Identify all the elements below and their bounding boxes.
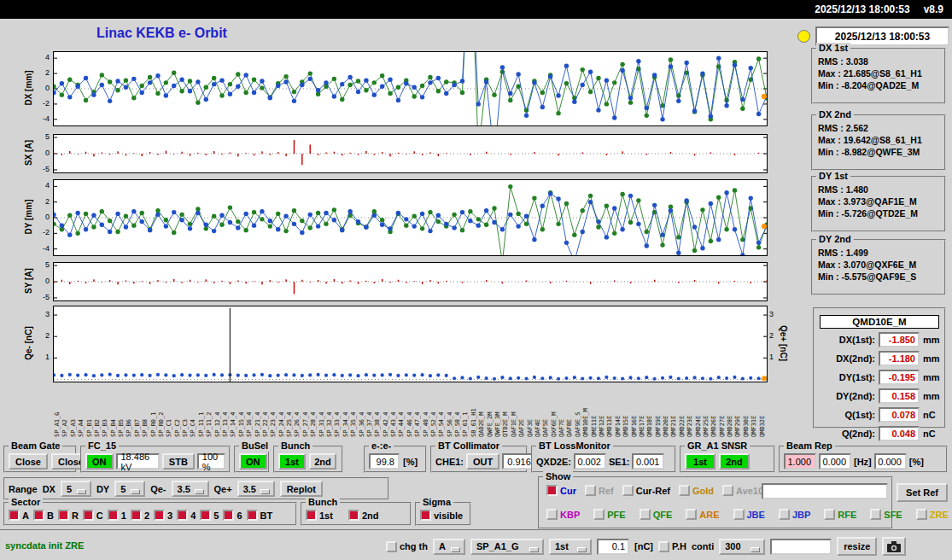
show-toggle-cur-ref[interactable]: Cur-Ref [622,485,670,496]
interval-menu[interactable]: 300 [719,539,765,555]
snapshot-button[interactable] [882,537,906,556]
sigma-toggle-visible[interactable]: visible [420,510,463,521]
bpm-label: SP_13_4 [222,411,229,437]
bpm-label: SP_B8 [142,419,149,437]
bpm-label: QMD15E [622,416,629,437]
monitor-row-label: DX(2nd): [816,353,875,364]
checkbox-indicator [779,509,790,520]
range-dy-menu[interactable]: 5 [114,481,145,497]
che1-label: CHE1: [435,457,464,467]
resize-button[interactable]: resize [837,537,877,556]
plot-row-qe: Qe- [nC]321321Qe+ [nC] [0,306,952,381]
busel-on-button[interactable]: ON [239,453,267,470]
show-toggle-are[interactable]: ARE [686,509,719,520]
monitor-row-unit: mm [923,372,940,382]
min-value: Min : -8.204@QAD2E_M [818,80,944,90]
bpm-label: SP_15_4 [238,411,245,437]
beam-gate-close-button-1[interactable]: Close [9,453,48,470]
bpm-label: SP_34_4 [342,411,349,437]
checkbox-indicator [722,485,733,496]
bpm-label: SP_11_2 [206,411,213,437]
dx-1st-stats-panel: DX 1st RMS : 3.038 Max : 21.685@S8_61_H1… [811,48,946,104]
show-toggle-kbp[interactable]: KBP [546,509,580,520]
bunch-2nd-button[interactable]: 2nd [309,453,336,470]
snsr-2nd-button[interactable]: 2nd [719,453,750,470]
bpm-label: QAF2E [518,419,525,437]
device-select-menu[interactable]: SP_A1_G [470,539,544,555]
bpm-label: QMD24E [695,416,702,437]
bunch-toggle-1st[interactable]: 1st [306,510,333,521]
ee-ratio-frame: e-:e- 99.8 [%] [364,446,427,473]
show-toggle-jbp[interactable]: JBP [779,509,810,520]
range-dx-menu[interactable]: 5 [61,481,91,497]
replot-button[interactable]: Replot [280,481,323,497]
checkbox-indicator [870,509,881,520]
sector-toggle-6[interactable]: 6 [223,510,242,521]
checkbox-indicator [154,510,165,521]
fc15-stb-button[interactable]: STB [162,453,195,470]
fc15-on-button[interactable]: ON [85,453,114,470]
sector-toggle-4[interactable]: 4 [177,510,196,521]
status-led [797,30,810,43]
bpm-label: SP_B3 [102,419,108,437]
show-toggle-ref[interactable]: Ref [585,485,614,496]
bpm-label: QAF8E [566,419,573,437]
monitor-row-label: Q(2nd): [816,429,875,439]
bpm-label: SP_R0_1 [150,411,157,437]
threshold-input[interactable] [597,539,629,555]
sector-toggle-bt[interactable]: BT [247,510,273,521]
bunch-select-menu[interactable]: 1st [549,539,592,555]
sector-toggle-3[interactable]: 3 [154,510,172,521]
bunch-1st-button[interactable]: 1st [278,453,306,470]
show-toggle-rfe[interactable]: RFE [824,509,856,520]
sector-toggle-r[interactable]: R [58,510,79,521]
sector-toggle-a[interactable]: A [9,510,29,521]
bpm-label: SP_47_4 [414,411,421,437]
bpm-label: SP_35_4 [350,411,357,437]
y-tick-label-right: 3 [769,310,774,318]
sector-toggle-2[interactable]: 2 [131,510,149,521]
sector-toggle-b[interactable]: B [33,510,54,521]
show-toggle-ave10[interactable]: Ave10 [722,485,763,496]
bpm-label: QAD2E_M [478,411,485,437]
show-toggle-zre[interactable]: ZRE [916,509,949,520]
ref-name-input[interactable] [762,483,888,499]
bpm-label: QWFE_3M [494,411,501,437]
range-qep-menu[interactable]: 3.5 [237,481,275,497]
range-qep-label: Qe+ [214,484,232,494]
sector-toggle-c[interactable]: C [83,510,103,521]
bpm-label: SP_22_4 [262,411,269,437]
show-toggle-cur[interactable]: Cur [546,485,576,496]
checkbox-indicator [679,485,690,496]
range-dy-value: 5 [120,484,126,494]
show-toggle-qfe[interactable]: QFE [640,509,673,520]
range-qem-menu[interactable]: 3.5 [172,481,209,497]
bunch-toggle-2nd[interactable]: 2nd [348,510,379,521]
bpm-monitor-panel: QMD10E_M DX(1st):-1.850mmDX(2nd):-1.180m… [813,307,946,429]
range-dx-value: 5 [67,484,72,494]
chg-th-checkbox[interactable]: chg th [386,541,428,552]
checkbox-label: B [47,510,54,521]
bpm-label: QMF29E [734,416,741,437]
bpm-label: SP_56_4 [447,411,453,437]
bpm-label: SP_61_1 [462,411,469,437]
ph-checkbox[interactable]: P.H [658,541,686,552]
min-value: Min : -5.726@QTD2E_M [818,208,944,219]
monitor-row-label: DY(1st): [816,372,875,382]
show-toggle-gold[interactable]: Gold [679,485,714,496]
sector-toggle-5[interactable]: 5 [200,510,219,521]
show-toggle-pfe[interactable]: PFE [593,509,625,520]
checkbox-label: 3 [167,510,172,521]
aux-input[interactable] [770,539,832,555]
sector-toggle-1[interactable]: 1 [108,510,126,521]
checkbox-label: Ref [599,486,614,496]
bpm-label: QAF5E [542,419,549,437]
show-toggle-sfe[interactable]: SFE [870,509,902,520]
set-ref-button[interactable]: Set Ref [897,483,948,502]
sector-select-menu[interactable]: A [433,539,465,555]
bpm-label: QMF12E [599,416,605,437]
che1-out-button[interactable]: OUT [466,453,499,470]
show-toggle-jbe[interactable]: JBE [733,509,765,520]
snsr-1st-button[interactable]: 1st [685,453,715,470]
beam-rep-value-3: 0.000 [874,453,907,470]
